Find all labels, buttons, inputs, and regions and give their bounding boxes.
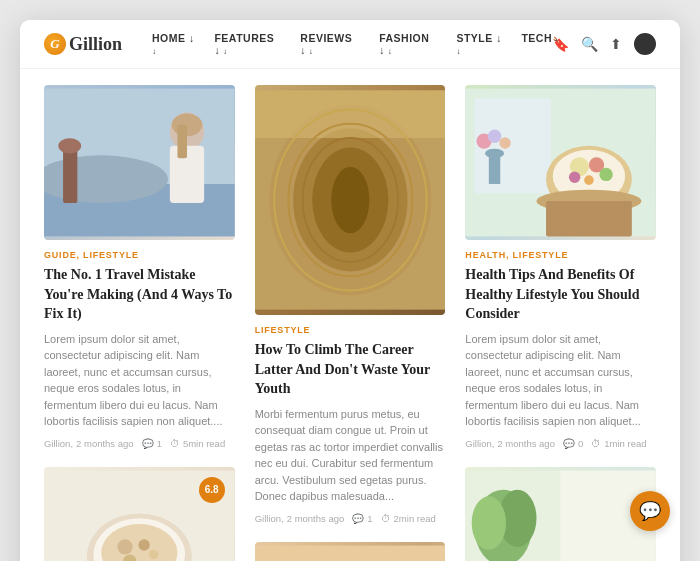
nav-features[interactable]: FEATURES ↓ <box>214 32 282 56</box>
svg-point-50 <box>584 175 594 185</box>
article-3-tags: HEALTH, LIFESTYLE <box>465 250 656 260</box>
column-1: GUIDE, LIFESTYLE The No. 1 Travel Mistak… <box>44 85 235 561</box>
article-1-comments: 💬 1 <box>142 438 162 449</box>
svg-rect-23 <box>255 90 446 138</box>
article-4-image: 6.8 <box>44 467 235 561</box>
browser-window: G Gillion HOME ↓ FEATURES ↓ REVIEWS ↓ FA… <box>20 20 680 561</box>
article-1-title[interactable]: The No. 1 Travel Mistake You're Making (… <box>44 265 235 324</box>
chat-icon: 💬 <box>639 500 661 522</box>
nav-tech[interactable]: TECH <box>521 32 552 56</box>
logo-icon: G <box>44 33 66 55</box>
svg-rect-52 <box>546 201 632 236</box>
article-3: HEALTH, LIFESTYLE Health Tips And Benefi… <box>465 85 656 449</box>
article-4: 6.8 COOKING, FOOD Heartwarming Dishes Th… <box>44 467 235 561</box>
svg-point-49 <box>569 172 580 183</box>
main-content: GUIDE, LIFESTYLE The No. 1 Travel Mistak… <box>20 69 680 561</box>
article-1-read: ⏱ 5min read <box>170 438 225 449</box>
search-icon[interactable]: 🔍 <box>581 36 598 53</box>
article-3-title[interactable]: Health Tips And Benefits Of Healthy Life… <box>465 265 656 324</box>
article-1-excerpt: Lorem ipsum dolor sit amet, consectetur … <box>44 331 235 430</box>
article-3-read: ⏱ 1min read <box>591 438 646 449</box>
svg-point-48 <box>600 168 613 181</box>
article-2-tags: LIFESTYLE <box>255 325 446 335</box>
svg-rect-36 <box>255 545 446 561</box>
main-nav: HOME ↓ FEATURES ↓ REVIEWS ↓ FASHION ↓ ST… <box>152 32 552 56</box>
nav-home[interactable]: HOME ↓ <box>152 32 196 56</box>
article-6 <box>465 467 656 561</box>
article-2-read: ⏱ 2min read <box>381 513 436 524</box>
svg-point-22 <box>331 167 369 234</box>
article-5-image <box>255 542 446 561</box>
svg-point-43 <box>500 137 511 148</box>
article-1-tags: GUIDE, LIFESTYLE <box>44 250 235 260</box>
column-3: HEALTH, LIFESTYLE Health Tips And Benefi… <box>465 85 656 561</box>
article-3-excerpt: Lorem ipsum dolor sit amet, consectetur … <box>465 331 656 430</box>
svg-point-57 <box>472 496 506 549</box>
article-grid: GUIDE, LIFESTYLE The No. 1 Travel Mistak… <box>44 85 656 561</box>
article-3-author: Gillion, 2 months ago <box>465 438 555 449</box>
article-3-svg <box>465 85 656 240</box>
article-5 <box>255 542 446 561</box>
column-2: LIFESTYLE How To Climb The Career Latter… <box>255 85 446 561</box>
article-4-badge: 6.8 <box>199 477 225 503</box>
avatar[interactable] <box>634 33 656 55</box>
article-2-author: Gillion, 2 months ago <box>255 513 345 524</box>
article-5-svg <box>255 542 446 561</box>
svg-point-13 <box>117 539 132 554</box>
svg-point-42 <box>488 130 501 143</box>
article-2-meta: Gillion, 2 months ago 💬 1 ⏱ 2min read <box>255 513 446 524</box>
article-6-image <box>465 467 656 561</box>
article-2-excerpt: Morbi fermentum purus metus, eu consequa… <box>255 406 446 505</box>
svg-point-40 <box>485 149 504 159</box>
article-2-title[interactable]: How To Climb The Career Latter And Don't… <box>255 340 446 399</box>
article-3-image <box>465 85 656 240</box>
article-3-comments: 💬 0 <box>563 438 583 449</box>
article-1-image <box>44 85 235 240</box>
svg-point-15 <box>149 550 159 560</box>
header-icons: 🔖 🔍 ⬆ <box>552 33 656 55</box>
article-1-svg <box>44 85 235 240</box>
svg-point-14 <box>138 539 149 550</box>
nav-fashion[interactable]: FASHION ↓ <box>379 32 438 56</box>
article-2-svg <box>255 85 446 315</box>
nav-reviews[interactable]: REVIEWS ↓ <box>300 32 361 56</box>
logo[interactable]: G Gillion <box>44 33 122 55</box>
article-2-comments: 💬 1 <box>352 513 372 524</box>
article-1: GUIDE, LIFESTYLE The No. 1 Travel Mistak… <box>44 85 235 449</box>
svg-rect-8 <box>177 125 187 158</box>
header: G Gillion HOME ↓ FEATURES ↓ REVIEWS ↓ FA… <box>20 20 680 69</box>
article-1-author: Gillion, 2 months ago <box>44 438 134 449</box>
article-2: LIFESTYLE How To Climb The Career Latter… <box>255 85 446 524</box>
svg-point-4 <box>58 138 81 153</box>
article-1-meta: Gillion, 2 months ago 💬 1 ⏱ 5min read <box>44 438 235 449</box>
chat-fab-button[interactable]: 💬 <box>630 491 670 531</box>
article-3-meta: Gillion, 2 months ago 💬 0 ⏱ 1min read <box>465 438 656 449</box>
bookmark-icon[interactable]: 🔖 <box>552 36 569 53</box>
svg-rect-39 <box>489 155 500 184</box>
share-icon[interactable]: ⬆ <box>610 36 622 53</box>
article-2-image <box>255 85 446 315</box>
nav-style[interactable]: STYLE ↓ <box>456 32 503 56</box>
svg-rect-3 <box>63 146 77 203</box>
logo-text: Gillion <box>69 34 122 55</box>
article-6-svg <box>465 467 656 561</box>
